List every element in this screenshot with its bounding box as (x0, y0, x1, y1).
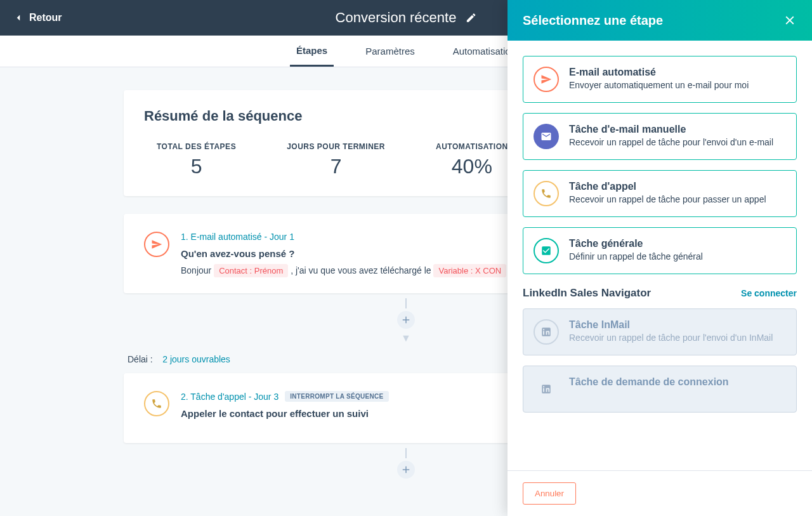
panel-header: Sélectionnez une étape (508, 0, 812, 41)
connector-line (405, 298, 407, 308)
tab-steps[interactable]: Étapes (290, 36, 334, 67)
linkedin-icon (534, 376, 559, 402)
step1-subject: Qu'en avez-vous pensé ? (181, 248, 506, 259)
arrow-down-icon: ▼ (401, 333, 411, 344)
step2-subject: Appeler le contact pour effectuer un sui… (181, 408, 389, 419)
panel-footer: Annuler (508, 470, 812, 516)
option-connection-request: Tâche de demande de connexion (523, 366, 797, 413)
step2-heading: 2. Tâche d'appel - Jour 3 (181, 392, 278, 402)
panel-title: Sélectionnez une étape (523, 13, 663, 28)
plus-icon (400, 314, 412, 326)
add-step-button[interactable] (397, 311, 415, 329)
option-desc: Recevoir un rappel de tâche pour l'envoi… (569, 333, 773, 343)
option-manual-email[interactable]: Tâche d'e-mail manuelle Recevoir un rapp… (523, 113, 797, 160)
token-variable-xcon: Variable : X CON (433, 264, 506, 277)
stat-auto-label: AUTOMATISATION (436, 142, 508, 151)
linkedin-icon (534, 319, 559, 345)
token-contact-firstname: Contact : Prénom (214, 264, 288, 277)
tab-settings[interactable]: Paramètres (359, 36, 421, 67)
option-desc: Recevoir un rappel de tâche pour l'envoi… (569, 137, 773, 147)
stat-days: JOURS POUR TERMINER 7 (287, 142, 385, 178)
option-title: Tâche de demande de connexion (569, 376, 729, 388)
option-auto-email[interactable]: E-mail automatisé Envoyer automatiquemen… (523, 56, 797, 103)
linkedin-title: LinkedIn Sales Navigator (523, 287, 651, 300)
option-general-task[interactable]: Tâche générale Définir un rappel de tâch… (523, 227, 797, 274)
side-panel: Sélectionnez une étape E-mail automatisé… (508, 0, 812, 516)
add-step-button[interactable] (397, 461, 415, 479)
step1-heading: 1. E-mail automatisé - Jour 1 (181, 232, 506, 242)
page-title: Conversion récente (336, 10, 457, 26)
edit-icon[interactable] (465, 12, 476, 23)
page-title-wrap: Conversion récente (336, 10, 477, 26)
delay-value: 2 jours ouvrables (162, 354, 230, 364)
stat-total-value: 5 (157, 155, 236, 178)
option-title: E-mail automatisé (569, 67, 749, 78)
send-icon (534, 67, 559, 92)
stat-total: TOTAL DES ÉTAPES 5 (157, 142, 236, 178)
delay-label: Délai : (128, 354, 153, 364)
step1-pre: Bonjour (181, 265, 214, 275)
task-icon (534, 238, 559, 263)
plus-icon (400, 464, 412, 475)
stat-days-value: 7 (287, 155, 385, 178)
phone-icon (534, 181, 559, 206)
option-title: Tâche d'e-mail manuelle (569, 124, 773, 135)
stat-days-label: JOURS POUR TERMINER (287, 142, 385, 151)
chevron-left-icon (13, 12, 24, 23)
phone-icon (144, 391, 169, 416)
option-inmail: Tâche InMail Recevoir un rappel de tâche… (523, 308, 797, 355)
send-icon (144, 232, 169, 257)
connector-line (405, 448, 407, 458)
option-title: Tâche InMail (569, 319, 773, 331)
option-title: Tâche générale (569, 238, 703, 249)
cancel-button[interactable]: Annuler (523, 482, 576, 505)
back-button[interactable]: Retour (0, 12, 75, 23)
step1-mid: , j'ai vu que vous avez téléchargé le (291, 265, 433, 275)
option-title: Tâche d'appel (569, 181, 766, 192)
stat-auto: AUTOMATISATION 40% (436, 142, 508, 178)
option-call-task[interactable]: Tâche d'appel Recevoir un rappel de tâch… (523, 170, 797, 217)
step2-heading-row: 2. Tâche d'appel - Jour 3 INTERROMPT LA … (181, 391, 389, 402)
interrupt-pill: INTERROMPT LA SÉQUENCE (285, 391, 388, 402)
option-desc: Recevoir un rappel de tâche pour passer … (569, 194, 766, 204)
close-icon[interactable] (783, 13, 797, 27)
connect-link[interactable]: Se connecter (741, 288, 797, 298)
option-desc: Envoyer automatiquement un e-mail pour m… (569, 80, 749, 90)
back-label: Retour (29, 12, 62, 23)
linkedin-section-header: LinkedIn Sales Navigator Se connecter (523, 287, 797, 300)
stat-total-label: TOTAL DES ÉTAPES (157, 142, 236, 151)
mail-icon (534, 124, 559, 149)
panel-body: E-mail automatisé Envoyer automatiquemen… (508, 41, 812, 470)
stat-auto-value: 40% (436, 155, 508, 178)
option-desc: Définir un rappel de tâche général (569, 251, 703, 261)
step1-preview: Bonjour Contact : Prénom , j'ai vu que v… (181, 265, 506, 275)
